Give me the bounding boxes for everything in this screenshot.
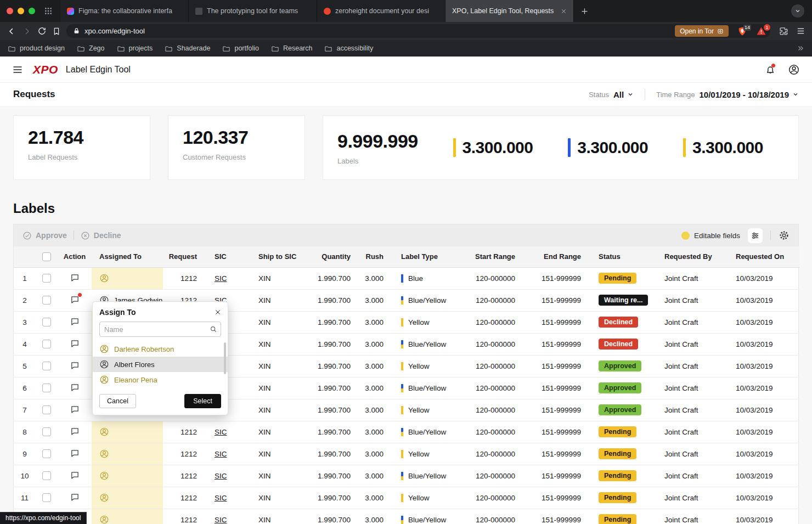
column-header-empty	[36, 246, 58, 267]
app-menu-hamburger-icon[interactable]	[12, 64, 23, 75]
row-number: 6	[14, 377, 36, 399]
popup-scrollbar-thumb[interactable]	[224, 342, 226, 374]
bookmark-icon[interactable]	[52, 27, 61, 36]
brave-shield-icon[interactable]: 14	[737, 26, 747, 36]
comment-icon[interactable]	[70, 317, 80, 326]
bookmark-folder-item[interactable]: Research	[271, 44, 313, 53]
bookmark-label: Zego	[89, 44, 105, 52]
filter-sliders-button[interactable]	[748, 228, 763, 243]
new-tab-button[interactable]	[580, 7, 589, 15]
label-type-cell: Blue/Yellow	[393, 465, 459, 487]
assignee-option[interactable]: Darlene Robertson	[93, 341, 228, 357]
reload-button[interactable]	[37, 26, 47, 36]
url-field[interactable]: xpo.com/edgin-tool Open in Tor 14 1	[66, 24, 770, 38]
comment-icon[interactable]	[70, 360, 80, 370]
window-minimize-button[interactable]	[18, 8, 24, 14]
time-range-filter-dropdown[interactable]: 10/01/2019 - 10/18/2019	[700, 90, 799, 99]
ship-to-sic-cell: XIN	[251, 421, 300, 443]
back-button[interactable]	[7, 26, 16, 36]
account-avatar-icon[interactable]	[788, 64, 800, 76]
open-in-tor-button[interactable]: Open in Tor	[675, 25, 729, 37]
assignee-option[interactable]: Albert Flores	[93, 357, 228, 372]
notifications-bell-icon[interactable]	[765, 64, 776, 75]
decline-button[interactable]: Decline	[81, 231, 121, 240]
bookmark-label: Shaderade	[177, 44, 210, 52]
comment-icon[interactable]	[70, 426, 80, 436]
ship-to-sic-cell: XIN	[251, 289, 300, 311]
requested-by-cell: Joint Craft	[657, 487, 728, 509]
apps-grid-icon[interactable]	[44, 7, 53, 15]
bookmark-folder-item[interactable]: accessibility	[324, 44, 373, 53]
assigned-to-cell[interactable]	[92, 267, 163, 289]
status-filter-dropdown[interactable]: All	[613, 90, 634, 99]
bookmarks-overflow-chevron[interactable]	[797, 44, 804, 52]
approve-button[interactable]: Approve	[22, 231, 67, 240]
assigned-to-cell[interactable]	[92, 465, 163, 487]
sic-link[interactable]: SIC	[215, 450, 227, 458]
folder-icon	[324, 44, 332, 53]
breakdown-color-bar	[568, 138, 571, 157]
framer-icon	[195, 8, 202, 15]
tab-close-icon[interactable]	[561, 8, 567, 14]
warning-triangle-icon[interactable]: 1	[756, 26, 766, 36]
browser-tab[interactable]: zeroheight document your desi	[317, 0, 446, 22]
tab-title: zeroheight document your desi	[335, 7, 438, 15]
comment-icon[interactable]	[70, 404, 80, 414]
end-range-cell: 151-999999	[525, 443, 591, 465]
sic-link[interactable]: SIC	[215, 472, 227, 480]
assigned-to-cell[interactable]	[92, 509, 163, 524]
comment-icon[interactable]	[70, 273, 80, 282]
assigned-to-cell[interactable]	[92, 421, 163, 443]
settings-gear-button[interactable]	[779, 230, 790, 241]
bookmark-folder-item[interactable]: Shaderade	[165, 44, 210, 53]
sic-link[interactable]: SIC	[215, 274, 227, 283]
row-number: 5	[14, 355, 36, 377]
bookmark-folder-item[interactable]: Zego	[77, 44, 105, 53]
window-zoom-button[interactable]	[29, 8, 35, 14]
comment-icon[interactable]	[70, 448, 80, 458]
close-icon[interactable]	[215, 309, 221, 315]
select-button[interactable]: Select	[184, 394, 221, 408]
row-checkbox[interactable]	[42, 274, 51, 283]
forward-button[interactable]	[22, 26, 32, 36]
row-checkbox[interactable]	[42, 384, 51, 392]
assigned-to-cell[interactable]	[92, 443, 163, 465]
browser-profile-button[interactable]	[791, 4, 804, 18]
bookmark-folder-item[interactable]: portfolio	[222, 44, 258, 53]
requested-on-cell: 10/03/2019	[728, 289, 799, 311]
browser-menu-icon[interactable]	[796, 26, 805, 36]
extensions-puzzle-icon[interactable]	[779, 26, 788, 36]
cancel-button[interactable]: Cancel	[99, 394, 136, 408]
assigned-to-cell[interactable]	[92, 487, 163, 509]
ship-to-sic-cell: XIN	[251, 399, 300, 421]
sic-link[interactable]: SIC	[215, 494, 227, 502]
comment-icon[interactable]	[70, 470, 80, 480]
assignee-option[interactable]: Eleanor Pena	[93, 372, 228, 387]
comment-icon[interactable]	[70, 492, 80, 502]
editable-fields-toggle[interactable]: Editable fields	[681, 232, 740, 240]
row-checkbox[interactable]	[42, 405, 51, 414]
browser-tab[interactable]: XPO, Label Edgin Tool, Requests	[446, 0, 574, 22]
row-checkbox[interactable]	[42, 493, 51, 502]
row-checkbox[interactable]	[42, 449, 51, 458]
requested-on-cell: 10/03/2019	[728, 465, 799, 487]
row-checkbox[interactable]	[42, 318, 51, 326]
comment-icon[interactable]	[70, 382, 80, 392]
window-close-button[interactable]	[7, 8, 13, 14]
label-type-color-bar	[401, 472, 403, 480]
row-checkbox[interactable]	[42, 362, 51, 370]
row-checkbox[interactable]	[42, 471, 51, 480]
sic-link[interactable]: SIC	[215, 428, 227, 436]
bookmark-folder-item[interactable]: projects	[117, 44, 153, 53]
row-checkbox[interactable]	[42, 340, 51, 348]
bookmark-folder-item[interactable]: product design	[8, 44, 65, 53]
browser-tab[interactable]: The prototyping tool for teams	[189, 0, 317, 22]
row-checkbox[interactable]	[42, 296, 51, 305]
select-all-checkbox[interactable]	[42, 252, 51, 261]
comment-icon[interactable]	[70, 295, 80, 304]
sic-link[interactable]: SIC	[215, 516, 227, 524]
comment-icon[interactable]	[70, 339, 80, 348]
browser-tab[interactable]: Figma: the collaborative interfa	[60, 0, 189, 22]
row-checkbox[interactable]	[42, 427, 51, 436]
assignee-search-input[interactable]	[99, 322, 221, 337]
